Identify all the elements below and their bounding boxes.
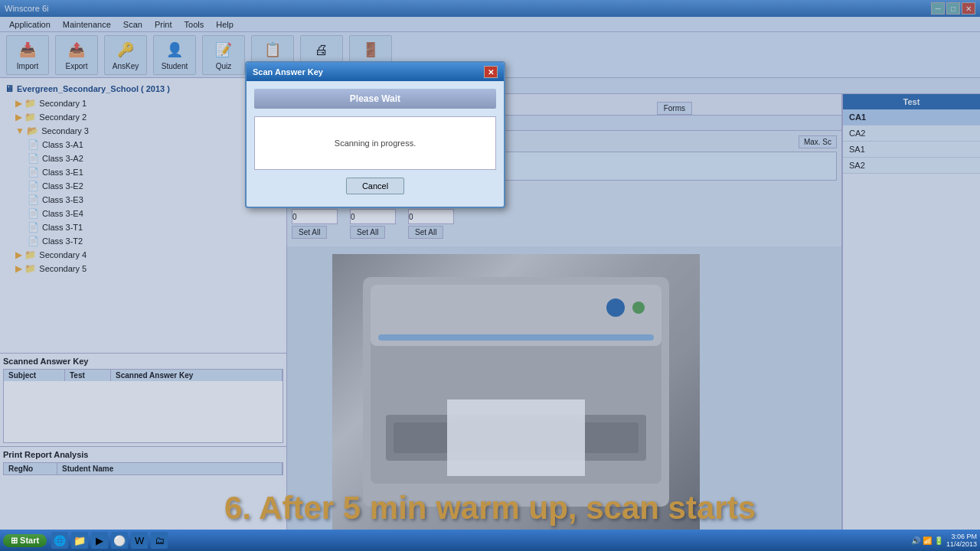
taskbar-right: 🔊 📶 🔋 3:06 PM 11/4/2013: [911, 533, 977, 548]
cancel-button[interactable]: Cancel: [346, 178, 404, 194]
taskbar-media-icon[interactable]: ▶: [91, 532, 108, 549]
progress-area: Scanning in progress.: [254, 116, 496, 170]
start-button[interactable]: ⊞ Start: [3, 534, 47, 547]
scan-dialog-body: Please Wait Scanning in progress. Cancel: [247, 81, 504, 207]
please-wait-bar: Please Wait: [254, 89, 496, 109]
time-display: 3:06 PM: [951, 533, 977, 540]
taskbar-folder-icon[interactable]: 📁: [71, 532, 88, 549]
taskbar-sys-icons: 🔊 📶 🔋: [911, 536, 943, 545]
date-display: 11/4/2013: [946, 540, 977, 548]
scan-dialog-titlebar: Scan Answer Key ✕: [247, 63, 504, 81]
scan-dialog-close-button[interactable]: ✕: [484, 66, 498, 78]
taskbar-time: 3:06 PM 11/4/2013: [946, 533, 977, 548]
scan-dialog: Scan Answer Key ✕ Please Wait Scanning i…: [245, 61, 505, 208]
taskbar-word-icon[interactable]: W: [131, 532, 148, 549]
taskbar-icons: 🌐 📁 ▶ ⚪ W 🗂: [51, 532, 168, 549]
taskbar-chrome-icon[interactable]: ⚪: [111, 532, 128, 549]
modal-overlay: Scan Answer Key ✕ Please Wait Scanning i…: [0, 0, 980, 551]
scanning-progress-text: Scanning in progress.: [335, 139, 416, 148]
taskbar-files-icon[interactable]: 🗂: [151, 532, 168, 549]
taskbar: ⊞ Start 🌐 📁 ▶ ⚪ W 🗂 🔊 📶 🔋 3:06 PM 11/4/2…: [0, 530, 980, 551]
taskbar-browser-icon[interactable]: 🌐: [51, 532, 68, 549]
scan-dialog-title: Scan Answer Key: [253, 67, 323, 77]
scan-dialog-buttons: Cancel: [254, 178, 496, 194]
